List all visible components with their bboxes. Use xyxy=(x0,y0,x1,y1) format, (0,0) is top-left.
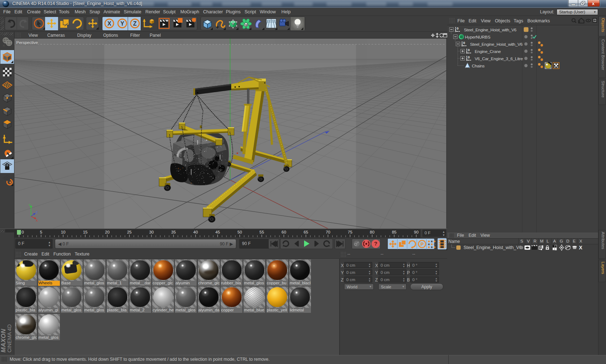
svg-text:Steel_Engine_Hoist_with_V6: Steel_Engine_Hoist_with_V6 xyxy=(464,245,522,250)
svg-text:50: 50 xyxy=(237,230,242,234)
svg-text:Z: Z xyxy=(36,210,38,214)
svg-text:0: 0 xyxy=(468,55,470,59)
svg-text:15: 15 xyxy=(83,230,88,234)
svg-text:Y: Y xyxy=(120,21,124,27)
svg-text:30: 30 xyxy=(149,230,154,234)
svg-text:Steel_Engine_Hoist_with_V6: Steel_Engine_Hoist_with_V6 xyxy=(470,42,523,47)
svg-text:0: 0 xyxy=(468,48,470,52)
svg-text:85: 85 xyxy=(392,230,396,234)
svg-text:0: 0 xyxy=(457,26,458,30)
svg-text:X: X xyxy=(36,219,38,222)
svg-text:Engine_Crane: Engine_Crane xyxy=(475,49,501,54)
svg-text:80: 80 xyxy=(370,230,374,234)
svg-text:40: 40 xyxy=(193,230,198,234)
svg-text:35: 35 xyxy=(171,230,176,234)
svg-text:75: 75 xyxy=(348,230,352,234)
svg-text:10: 10 xyxy=(61,230,66,234)
svg-text:20: 20 xyxy=(105,230,110,234)
svg-text:5: 5 xyxy=(40,230,42,234)
svg-text:0: 0 xyxy=(22,230,24,234)
svg-text:45: 45 xyxy=(215,230,220,234)
svg-text:Z: Z xyxy=(133,21,137,27)
svg-text:70: 70 xyxy=(326,230,330,234)
svg-text:Perspective: Perspective xyxy=(16,40,38,45)
svg-text:X: X xyxy=(107,21,111,27)
svg-text:55: 55 xyxy=(259,230,264,234)
svg-text:Steel_Engine_Hoist_with_V6: Steel_Engine_Hoist_with_V6 xyxy=(464,27,517,32)
svg-text:HyperNURBS: HyperNURBS xyxy=(465,35,491,40)
svg-text:V6_Car_Engine_3_6_Litre: V6_Car_Engine_3_6_Litre xyxy=(475,56,523,61)
svg-text:90: 90 xyxy=(414,230,419,234)
svg-text:0: 0 xyxy=(463,41,465,45)
svg-text:Y: Y xyxy=(28,203,31,207)
svg-text:60: 60 xyxy=(282,230,286,234)
svg-text:65: 65 xyxy=(304,230,308,234)
svg-text:P: P xyxy=(421,241,424,247)
svg-text:Chains: Chains xyxy=(472,63,485,68)
svg-text:X: X xyxy=(579,245,583,250)
svg-text:25: 25 xyxy=(127,230,132,234)
